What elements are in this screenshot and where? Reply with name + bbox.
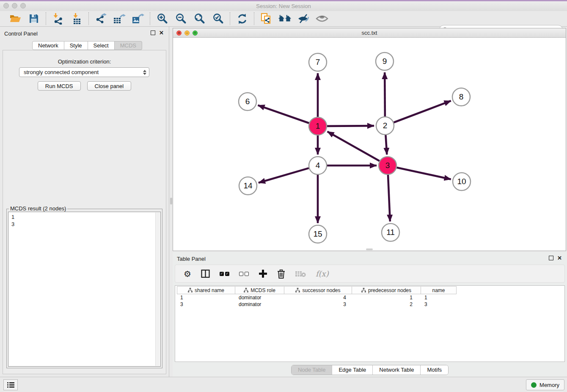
close-panel-button[interactable]: Close panel xyxy=(87,81,132,91)
column-header-shared-name[interactable]: shared name xyxy=(177,286,235,294)
save-session-icon[interactable] xyxy=(27,12,41,25)
graph-edge-2-8[interactable] xyxy=(394,101,451,122)
close-panel-icon[interactable]: ✕ xyxy=(159,30,164,35)
column-header-name[interactable]: name xyxy=(421,286,457,294)
graph-edge-1-6[interactable] xyxy=(258,105,309,123)
cell-name[interactable]: 1 xyxy=(421,294,457,301)
import-table-icon[interactable] xyxy=(70,12,83,25)
tab-motifs[interactable]: Motifs xyxy=(420,365,448,375)
table-settings-icon[interactable]: ⚙ xyxy=(184,269,191,279)
column-header-successor-nodes[interactable]: successor nodes xyxy=(284,286,352,294)
open-session-icon[interactable] xyxy=(8,12,22,25)
result-scrollbar[interactable] xyxy=(155,213,160,366)
import-network-icon[interactable] xyxy=(51,12,65,25)
hide-details-icon[interactable] xyxy=(297,12,310,25)
float-panel-icon[interactable] xyxy=(151,30,155,35)
graph-edge-1-2[interactable] xyxy=(327,126,374,126)
cell-shared-name[interactable]: 3 xyxy=(177,301,235,308)
cell-name[interactable]: 3 xyxy=(421,301,457,308)
clone-network-icon[interactable] xyxy=(259,12,273,25)
cell-shared-name[interactable]: 1 xyxy=(177,294,235,301)
graph-node-label-4: 4 xyxy=(316,161,320,170)
control-panel: Control Panel ✕ Network Style Select MCD… xyxy=(0,27,169,377)
panel-splitter[interactable] xyxy=(170,27,173,377)
table-panel-title: Table Panel xyxy=(177,256,206,262)
node-table[interactable]: shared name MCDS role successor nodes pr… xyxy=(175,285,565,362)
refresh-icon[interactable] xyxy=(235,12,249,25)
tab-select[interactable]: Select xyxy=(88,41,115,50)
graph-node-label-1: 1 xyxy=(316,121,320,130)
column-header-predecessor-nodes[interactable]: predecessor nodes xyxy=(352,286,421,294)
tab-mcds[interactable]: MCDS xyxy=(115,41,142,50)
column-header-mcds-role[interactable]: MCDS role xyxy=(235,286,284,294)
result-line: 3 xyxy=(11,221,160,228)
network-window-title: scc.txt xyxy=(173,28,566,37)
function-builder-icon: f(x) xyxy=(316,269,329,279)
cell-mcds-role[interactable]: dominator xyxy=(235,294,284,301)
network-canvas[interactable]: 7968124314101511 xyxy=(173,38,566,251)
tab-edge-table[interactable]: Edge Table xyxy=(332,365,372,375)
cell-mcds-role[interactable]: dominator xyxy=(235,301,284,308)
table-panel: Table Panel ✕ ⚙ ✓✓ f(x) xyxy=(173,252,567,377)
cell-predecessor-nodes[interactable]: 1 xyxy=(352,294,421,301)
zoom-in-icon[interactable] xyxy=(155,12,169,25)
graph-edge-2-9[interactable] xyxy=(385,72,385,116)
memory-button[interactable]: Memory xyxy=(526,379,564,390)
run-mcds-button[interactable]: Run MCDS xyxy=(38,81,81,91)
float-table-panel-icon[interactable] xyxy=(549,256,553,260)
network-maximize-icon[interactable]: + xyxy=(193,30,198,36)
graph-edge-3-1[interactable] xyxy=(328,132,380,161)
network-graph[interactable]: 7968124314101511 xyxy=(173,38,566,251)
window-title: Session: New Session xyxy=(0,3,567,9)
add-column-icon[interactable] xyxy=(259,269,267,279)
select-all-icon[interactable]: ✓✓ xyxy=(220,269,229,279)
column-type-icon xyxy=(188,288,193,293)
export-image-icon[interactable] xyxy=(131,12,145,25)
splitter-grip[interactable] xyxy=(170,198,172,204)
graph-edge-2-3[interactable] xyxy=(385,135,387,155)
graph-edge-3-11[interactable] xyxy=(388,175,390,221)
graph-edge-4-14[interactable] xyxy=(259,168,309,183)
graph-node-label-10: 10 xyxy=(457,177,466,186)
deselect-all-icon[interactable] xyxy=(239,269,249,279)
mcds-result-text[interactable]: 1 3 xyxy=(8,212,161,367)
status-bar: Memory xyxy=(0,377,567,392)
network-window-titlebar[interactable]: ✕ − + scc.txt xyxy=(173,28,566,38)
network-resize-grip[interactable] xyxy=(366,248,373,250)
column-selector-icon[interactable] xyxy=(201,269,210,279)
task-history-button[interactable] xyxy=(3,379,18,390)
tab-style[interactable]: Style xyxy=(64,41,88,50)
main-toolbar xyxy=(0,11,567,27)
mcds-result-group: MCDS result (2 nodes) 1 3 xyxy=(6,209,162,368)
show-details-icon[interactable] xyxy=(315,12,329,25)
cell-predecessor-nodes[interactable]: 2 xyxy=(352,301,421,308)
graph-node-label-3: 3 xyxy=(385,161,390,170)
table-toolbar: ⚙ ✓✓ f(x) xyxy=(175,265,565,283)
mcds-result-title: MCDS result (2 nodes) xyxy=(9,205,67,212)
tab-node-table[interactable]: Node Table xyxy=(292,365,332,375)
zoom-selected-icon[interactable] xyxy=(211,12,225,25)
titlebar: Session: New Session xyxy=(0,1,567,11)
cell-successor-nodes[interactable]: 3 xyxy=(284,301,352,308)
table-row[interactable]: 1 dominator 4 1 1 xyxy=(177,294,564,301)
graph-edge-3-10[interactable] xyxy=(396,168,451,179)
tab-network-table[interactable]: Network Table xyxy=(372,365,420,375)
graph-node-label-8: 8 xyxy=(459,92,464,101)
table-panel-tabs: Node Table Edge Table Network Table Moti… xyxy=(173,365,567,375)
table-row[interactable]: 3 dominator 3 2 3 xyxy=(177,301,564,308)
first-neighbors-icon[interactable] xyxy=(278,12,292,25)
graph-node-label-7: 7 xyxy=(316,58,320,66)
zoom-out-icon[interactable] xyxy=(174,12,187,25)
criterion-select[interactable]: strongly connected component xyxy=(19,67,149,77)
control-panel-title: Control Panel xyxy=(4,30,38,37)
application-window: Session: New Session xyxy=(0,0,567,392)
cell-successor-nodes[interactable]: 4 xyxy=(284,294,352,301)
zoom-fit-icon[interactable] xyxy=(193,12,206,25)
export-table-icon[interactable] xyxy=(113,12,126,25)
close-table-panel-icon[interactable]: ✕ xyxy=(557,256,562,260)
export-network-icon[interactable] xyxy=(94,12,107,25)
delete-column-icon[interactable] xyxy=(277,269,285,279)
network-minimize-icon[interactable]: − xyxy=(184,30,190,36)
tab-network[interactable]: Network xyxy=(32,41,64,50)
network-close-icon[interactable]: ✕ xyxy=(176,30,182,36)
